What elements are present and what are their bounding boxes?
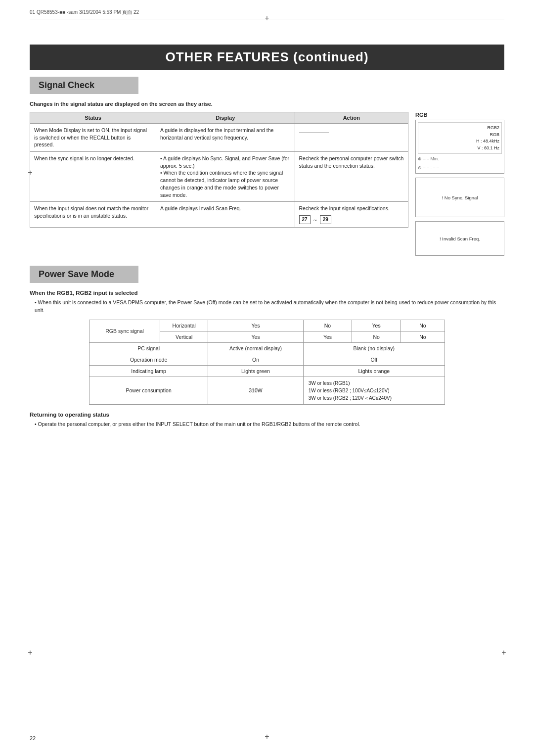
table-row: Power consumption 310W 3W or less (RGB1)… xyxy=(89,377,445,404)
power-save-title: Power Save Mode xyxy=(30,266,138,283)
row1-action xyxy=(295,124,408,152)
crosshair-left-mid xyxy=(26,168,35,177)
rgb-line3: H : 48.4kHz xyxy=(420,138,499,145)
pc-signal-label: PC signal xyxy=(89,342,208,354)
power-cons-label: Power consumption xyxy=(89,377,208,404)
lamp-val1: Lights green xyxy=(208,365,303,377)
h-val1: Yes xyxy=(208,320,303,331)
header-text: 01 QR58553-■■ -sam 3/19/2004 5:53 PM 頁面 … xyxy=(30,9,139,16)
returning-bullet-text: Operate the personal computer, or press … xyxy=(38,421,360,427)
crosshair-right-bottom xyxy=(499,648,508,657)
col-action: Action xyxy=(295,112,408,124)
tilde: ～ xyxy=(312,216,318,224)
row1-display: A guide is displayed for the input termi… xyxy=(156,124,295,152)
rgb-icon1: ⊕ – – Min. xyxy=(418,156,439,163)
rgb-panel-title: RGB xyxy=(415,112,504,118)
power-val2: 3W or less (RGB1) 1W or less (RGB2 ; 100… xyxy=(303,377,445,404)
power-save-table: RGB sync signal Horizontal Yes No Yes No… xyxy=(89,320,445,405)
row3-display: A guide displays Invalid Scan Freq. xyxy=(156,202,295,228)
h-val2: No xyxy=(303,320,352,331)
power-val1: 310W xyxy=(208,377,303,404)
lamp-label: Indicating lamp xyxy=(89,365,208,377)
rgb-sync-label: RGB sync signal xyxy=(89,320,160,342)
bullet-dot: • xyxy=(35,299,38,305)
h-val3: Yes xyxy=(352,320,401,331)
signal-table: Status Display Action When Mode Display … xyxy=(30,112,408,228)
v-val4: No xyxy=(400,331,445,342)
rgb-line1: RGB2 xyxy=(420,125,499,132)
vertical-label: Vertical xyxy=(160,331,208,342)
row1-status: When Mode Display is set to ON, the inpu… xyxy=(30,124,156,152)
pc-val2: Blank (no display) xyxy=(303,342,445,354)
op-val1: On xyxy=(208,354,303,365)
table-row: Indicating lamp Lights green Lights oran… xyxy=(89,365,445,377)
pc-val1: Active (normal display) xyxy=(208,342,303,354)
signal-check-subtitle: Changes in the signal status are display… xyxy=(30,101,504,107)
crosshair-bottom xyxy=(263,732,271,741)
rgb-line2: RGB xyxy=(420,132,499,139)
table-row: RGB sync signal Horizontal Yes No Yes No xyxy=(89,320,445,331)
rgb-icon2: ⊙ – – : – – xyxy=(418,165,439,172)
col-display: Display xyxy=(156,112,295,124)
power-save-subsection: When the RGB1, RGB2 input is selected xyxy=(30,290,504,296)
power-save-bullet: • When this unit is connected to a VESA … xyxy=(30,299,504,315)
v-val2: Yes xyxy=(303,331,352,342)
returning-title: Returning to operating status xyxy=(30,412,504,418)
op-val2: Off xyxy=(303,354,445,365)
row2-status: When the sync signal is no longer detect… xyxy=(30,152,156,202)
rgb-box-inner: RGB2 RGB H : 48.4kHz V : 60.1 Hz xyxy=(418,122,502,154)
rgb-panel: RGB RGB2 RGB H : 48.4kHz V : 60.1 Hz ⊕ –… xyxy=(415,112,504,256)
v-val1: Yes xyxy=(208,331,303,342)
crosshair-top xyxy=(263,14,271,23)
signal-table-wrap: Status Display Action When Mode Display … xyxy=(30,112,408,256)
power-save-section: Power Save Mode When the RGB1, RGB2 inpu… xyxy=(30,266,504,428)
table-row: Operation mode On Off xyxy=(89,354,445,365)
row2-action: Recheck the personal computer power swit… xyxy=(295,152,408,202)
page-ref-29: 29 xyxy=(320,215,331,224)
row3-status: When the input signal does not match the… xyxy=(30,202,156,228)
row2-display: A guide displays No Sync. Signal, and Po… xyxy=(156,152,295,202)
lamp-val2: Lights orange xyxy=(303,365,445,377)
col-status: Status xyxy=(30,112,156,124)
table-row: When the sync signal is no longer detect… xyxy=(30,152,408,202)
rgb-screen-nosync: ! No Sync. Signal xyxy=(415,178,504,217)
row3-action: Recheck the input signal specifications.… xyxy=(295,202,408,228)
page-number: 22 xyxy=(30,735,36,741)
power-save-bullet-text: When this unit is connected to a VESA DP… xyxy=(35,299,496,313)
main-title: OTHER FEATURES (continued) xyxy=(30,45,504,70)
signal-check-title: Signal Check xyxy=(30,77,138,94)
rgb-icons2: ⊙ – – : – – xyxy=(418,165,502,172)
rgb-icons: ⊕ – – Min. xyxy=(418,156,502,163)
table-row: PC signal Active (normal display) Blank … xyxy=(89,342,445,354)
rgb-box: RGB2 RGB H : 48.4kHz V : 60.1 Hz ⊕ – – M… xyxy=(415,120,504,174)
op-mode-label: Operation mode xyxy=(89,354,208,365)
crosshair-left-bottom xyxy=(26,648,35,657)
page: 01 QR58553-■■ -sam 3/19/2004 5:53 PM 頁面 … xyxy=(0,0,534,756)
rgb-line4: V : 60.1 Hz xyxy=(420,145,499,152)
rgb-screen-invalidscan: ! Invalid Scan Freq. xyxy=(415,221,504,256)
v-val3: No xyxy=(352,331,401,342)
h-val4: No xyxy=(400,320,445,331)
signal-section: Status Display Action When Mode Display … xyxy=(30,112,504,256)
returning-bullet-dot: • xyxy=(35,421,38,427)
page-refs: 27 ～ 29 xyxy=(299,215,404,224)
table-row: When Mode Display is set to ON, the inpu… xyxy=(30,124,408,152)
table-row: When the input signal does not match the… xyxy=(30,202,408,228)
horizontal-label: Horizontal xyxy=(160,320,208,331)
page-ref-27: 27 xyxy=(299,215,311,224)
returning-bullet: • Operate the personal computer, or pres… xyxy=(30,421,504,428)
